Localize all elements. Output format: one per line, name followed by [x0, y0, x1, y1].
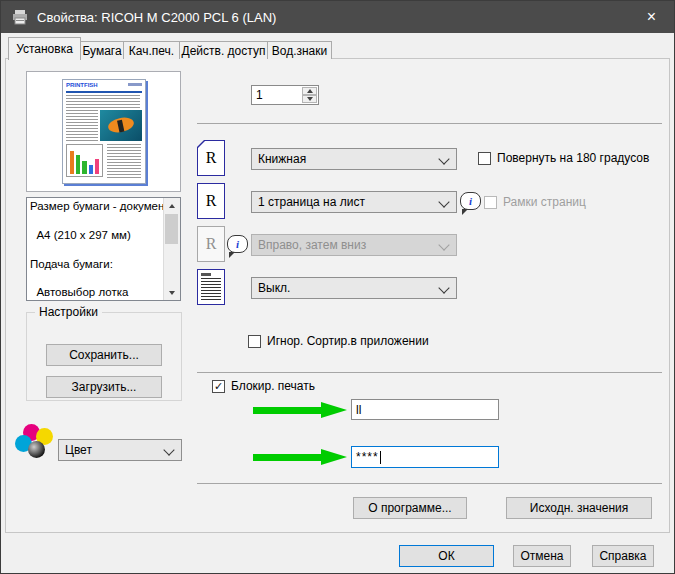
close-icon[interactable]: × — [629, 1, 674, 33]
cmyk-color-icon — [15, 424, 57, 462]
tab-setup[interactable]: Установка — [8, 37, 81, 60]
tab-watermarks[interactable]: Вод.знаки — [267, 41, 332, 59]
help-button[interactable]: Справка — [592, 545, 654, 567]
titlebar: Свойства: RICOH M C2000 PCL 6 (LAN) × — [1, 1, 674, 33]
checkbox-box — [484, 196, 497, 209]
tab-label: Действ. доступ — [182, 44, 266, 58]
checkbox-box[interactable] — [248, 335, 261, 348]
load-button[interactable]: Загрузить... — [46, 376, 162, 398]
printer-properties-dialog: Свойства: RICOH M C2000 PCL 6 (LAN) × Ус… — [0, 0, 675, 574]
tab-label: Вод.знаки — [272, 44, 328, 58]
chevron-down-icon — [438, 282, 449, 293]
rotate-180-checkbox[interactable]: Повернуть на 180 градусов — [478, 151, 649, 165]
separator — [197, 123, 662, 124]
chevron-down-icon — [163, 444, 174, 455]
scroll-up-icon[interactable] — [164, 198, 179, 213]
copies-value: 1 — [256, 88, 263, 102]
page-order-select: Вправо, затем вниз — [251, 234, 457, 256]
color-mode-select[interactable]: Цвет — [58, 439, 182, 461]
checkbox-box[interactable]: ✓ — [212, 380, 225, 393]
chevron-down-icon — [438, 196, 449, 207]
separator — [197, 483, 662, 484]
settings-summary-list: Размер бумаги - документ А4 (210 x 297 м… — [26, 197, 181, 301]
green-arrow-icon — [253, 402, 347, 418]
tab-valid-access[interactable]: Действ. доступ — [179, 41, 268, 59]
password-input[interactable]: **** — [351, 446, 499, 468]
user-id-input[interactable]: ll — [351, 399, 499, 420]
window-title: Свойства: RICOH M C2000 PCL 6 (LAN) — [37, 10, 276, 25]
preview-bar-chart — [66, 144, 103, 177]
layout-select[interactable]: 1 страница на лист — [251, 191, 457, 213]
copies-stepper[interactable]: 1 — [251, 85, 319, 105]
checkbox-box[interactable] — [478, 152, 491, 165]
chevron-down-icon — [438, 153, 449, 164]
orientation-select[interactable]: Книжная — [251, 148, 457, 170]
duplex-select[interactable]: Выкл. — [251, 277, 457, 299]
print-preview: PRINTFISH — [26, 71, 181, 192]
summary-line: А4 (210 x 297 мм) — [30, 229, 131, 241]
settings-group: Настройки Сохранить... Загрузить... — [26, 312, 182, 401]
scrollbar-thumb[interactable] — [165, 214, 178, 244]
cancel-button[interactable]: Отмена — [513, 545, 571, 567]
tab-label: Кач.печ. — [129, 44, 174, 58]
preview-fish-image — [100, 110, 142, 141]
tab-paper[interactable]: Бумага — [80, 41, 124, 59]
green-arrow-icon — [253, 449, 347, 465]
tab-label: Бумага — [82, 44, 121, 58]
summary-line: Автовыбор лотка — [30, 286, 128, 298]
separator — [197, 372, 662, 373]
info-bubble-icon: i — [227, 235, 248, 253]
preview-page: PRINTFISH — [62, 79, 146, 184]
layout-page-icon: R — [197, 183, 225, 219]
ok-button[interactable]: ОК — [399, 545, 494, 567]
locked-print-checkbox[interactable]: ✓ Блокир. печать — [212, 379, 315, 393]
about-button[interactable]: О программе... — [353, 497, 467, 519]
printer-icon — [11, 9, 29, 25]
text-caret — [380, 451, 381, 464]
spin-up-icon[interactable] — [302, 87, 317, 95]
page-frames-checkbox: Рамки страниц — [484, 195, 586, 209]
orientation-page-icon: R — [197, 140, 225, 176]
page-order-page-icon: R — [197, 226, 225, 262]
summary-scrollbar[interactable] — [163, 198, 180, 300]
chevron-down-icon — [438, 239, 449, 250]
tab-print-quality[interactable]: Кач.печ. — [123, 41, 180, 59]
preview-masthead: PRINTFISH — [66, 82, 98, 88]
save-button[interactable]: Сохранить... — [46, 344, 162, 366]
defaults-button[interactable]: Исходн. значения — [506, 497, 652, 519]
ignore-collate-checkbox[interactable]: Игнор. Сортир.в приложении — [248, 334, 429, 348]
summary-line: Размер бумаги - документ — [30, 200, 163, 212]
duplex-page-icon — [197, 269, 225, 305]
summary-line: Подача бумаги: — [30, 258, 113, 270]
info-bubble-icon: i — [460, 192, 481, 210]
settings-group-title: Настройки — [35, 305, 102, 319]
tab-label: Установка — [16, 42, 73, 56]
scroll-down-icon[interactable] — [164, 285, 179, 300]
spin-down-icon[interactable] — [302, 95, 317, 103]
